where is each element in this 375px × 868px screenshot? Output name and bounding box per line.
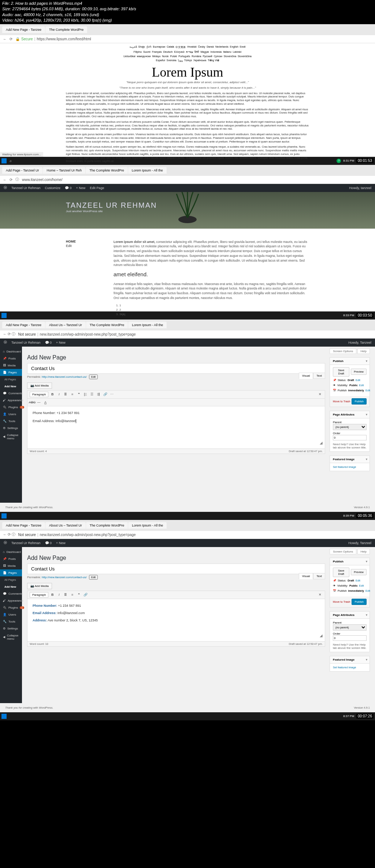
reload-icon[interactable]: ⟳ — [10, 178, 12, 182]
site-name[interactable]: Tanzeel Ur Rehman — [11, 541, 41, 545]
nav-home[interactable]: HOME — [66, 240, 95, 243]
menu-settings[interactable]: ⚙Settings — [0, 625, 22, 632]
windows-taskbar[interactable]: 8:37 PM00:07:26 — [0, 712, 375, 720]
quote-icon[interactable]: ❝ — [76, 392, 81, 397]
menu-all-pages[interactable]: All Pages — [0, 376, 22, 383]
set-featured-link[interactable]: Set featured image — [333, 465, 356, 469]
new-link[interactable]: + New — [56, 341, 66, 344]
menu-pages[interactable]: 📄Pages — [0, 369, 22, 376]
back-icon[interactable]: ← — [3, 37, 7, 41]
back-icon[interactable]: ← — [3, 178, 7, 182]
menu-collapse[interactable]: ◀Collapse menu — [0, 632, 22, 642]
menu-pages[interactable]: 📄Pages — [0, 569, 22, 576]
ol-icon[interactable]: ≡ — [70, 592, 75, 597]
panel-heading[interactable]: Featured Image — [330, 456, 370, 463]
tab[interactable]: The Complete WordPre — [86, 322, 128, 328]
save-draft-button[interactable]: Save Draft — [333, 568, 349, 577]
tab[interactable]: Add New Page - Tanzee — [2, 522, 45, 529]
strike-icon[interactable]: ABC — [30, 400, 35, 405]
italic-icon[interactable]: I — [56, 592, 62, 597]
editor-toolbar[interactable]: Paragraph B I ≣ ≡ ❝ 🔗 ✕ — [27, 591, 325, 599]
set-featured-link[interactable]: Set featured image — [333, 666, 356, 669]
trash-link[interactable]: Move to Trash — [333, 600, 350, 603]
tab[interactable]: About Us – Tanzeel Ur — [45, 522, 86, 529]
menu-plugins[interactable]: 🔌Plugins1 — [0, 404, 22, 411]
menu-settings[interactable]: ⚙Settings — [0, 425, 22, 432]
windows-taskbar[interactable]: 8:35 PM00:05:36 — [0, 512, 375, 520]
editor-tabs[interactable]: VisualText — [299, 575, 325, 578]
nav-edit[interactable]: Edit — [66, 244, 95, 248]
language-flags[interactable]: FilipinoSuomiFrançaisDeutschΕλληνικάעברי… — [66, 50, 309, 54]
howdy[interactable]: Howdy, Tanzeel — [348, 541, 371, 545]
menu-users[interactable]: 👤Users — [0, 611, 22, 618]
resize-handle-icon[interactable]: ◢ — [320, 632, 323, 639]
menu-posts[interactable]: 📌Posts — [0, 355, 22, 362]
hr-icon[interactable]: — — [36, 400, 41, 405]
wp-admin-bar[interactable]: ⓦ Tanzeel Ur Rehman Customize 💬 0 + New … — [0, 184, 375, 192]
wordpress-link[interactable]: WordPress — [39, 506, 52, 509]
menu-comments[interactable]: 💬Comments — [0, 590, 22, 597]
color-icon[interactable]: A — [43, 400, 48, 405]
ol-icon[interactable]: ≡ — [70, 392, 75, 397]
publish-button[interactable]: Publish — [352, 398, 367, 405]
start-icon[interactable] — [1, 513, 7, 518]
tab[interactable]: The Complete WordPre — [86, 167, 127, 174]
new-link[interactable]: + New — [56, 541, 66, 545]
start-icon[interactable] — [1, 714, 7, 719]
wordpress-link[interactable]: WordPress — [39, 706, 52, 709]
customize-link[interactable]: Customize — [45, 186, 61, 190]
new-link[interactable]: + New — [76, 186, 86, 190]
edit-visibility-link[interactable]: Edit — [359, 584, 364, 587]
editor-body[interactable]: Phone Number: +1 234 567 891 Email Addre… — [27, 406, 325, 448]
add-media-button[interactable]: 📷 Add Media — [27, 583, 52, 589]
wp-admin-bar[interactable]: ⓦ Tanzeel Ur Rehman 💬 0 + New Howdy, Tan… — [0, 539, 375, 547]
menu-add-new[interactable]: Add New — [0, 383, 22, 390]
panel-heading[interactable]: Publish — [330, 358, 370, 365]
format-select[interactable]: Paragraph — [30, 592, 48, 598]
align-right-icon[interactable]: ⇶ — [96, 392, 101, 397]
comments-icon[interactable]: 💬 0 — [45, 341, 52, 344]
tab[interactable]: Home – Tanzeel Ur Reh — [43, 167, 85, 174]
menu-appearance[interactable]: 🖌Appearance — [0, 397, 22, 404]
parent-select[interactable]: (no parent) — [333, 624, 367, 631]
menu-add-new[interactable]: Add New — [0, 583, 22, 590]
tab[interactable]: Lorem Ipsum - All the — [128, 522, 167, 529]
title-input[interactable]: Contact Us — [27, 564, 325, 574]
tab[interactable]: Lorem Ipsum - All the — [128, 322, 167, 328]
bold-icon[interactable]: B — [50, 592, 55, 597]
title-input[interactable]: Contact Us — [27, 363, 325, 374]
preview-button[interactable]: Preview — [351, 569, 367, 575]
menu-dashboard[interactable]: ⌂Dashboard — [0, 548, 22, 555]
edit-status-link[interactable]: Edit — [356, 378, 360, 382]
quote-icon[interactable]: ❝ — [76, 592, 81, 597]
editor-toolbar[interactable]: Paragraph B I ≣ ≡ ❝ ⬱ ☰ ⇶ 🔗 ⋯ ✕ — [27, 391, 325, 399]
link-icon[interactable]: 🔗 — [83, 592, 88, 597]
wp-admin-bar[interactable]: ⓦ Tanzeel Ur Rehman 💬 0 + New Howdy, Tan… — [0, 339, 375, 347]
tab[interactable]: The Complete WordPre — [86, 522, 128, 529]
menu-media[interactable]: 🖼Media — [0, 362, 22, 369]
menu-tools[interactable]: 🔧Tools — [0, 618, 22, 625]
publish-button[interactable]: Publish — [352, 599, 367, 605]
edit-schedule-link[interactable]: Edit — [365, 389, 370, 392]
align-left-icon[interactable]: ⬱ — [83, 392, 88, 397]
edit-schedule-link[interactable]: Edit — [365, 589, 370, 592]
close-icon[interactable]: ✕ — [318, 592, 323, 597]
editor-toolbar-2[interactable]: ABC — A — [27, 399, 325, 406]
italic-icon[interactable]: I — [56, 392, 62, 397]
editor-body[interactable]: Phone Number: +1 234 567 891 Email Addre… — [27, 599, 325, 641]
permalink-url[interactable]: http://new.itanzeel.com/contact-us/ — [42, 576, 87, 579]
format-select[interactable]: Paragraph — [30, 392, 48, 397]
tab[interactable]: Add New Page - Tanzee — [2, 322, 45, 328]
menu-comments[interactable]: 💬Comments — [0, 390, 22, 397]
edit-visibility-link[interactable]: Edit — [359, 384, 364, 387]
language-flags[interactable]: LietuviškaiмакедонскиMelayuNorskPolskiPo… — [66, 54, 309, 58]
howdy[interactable]: Howdy, tanzeel — [349, 186, 371, 190]
reload-icon[interactable]: ⟳ — [10, 37, 12, 41]
menu-plugins[interactable]: 🔌Plugins1 — [0, 604, 22, 611]
menu-media[interactable]: 🖼Media — [0, 562, 22, 569]
panel-heading[interactable]: Page Attributes — [330, 411, 370, 418]
editor-tabs[interactable]: VisualText — [299, 374, 325, 377]
address-bar[interactable]: ← ⟳ ⓘ Not secure | new.itanzeel.com/wp-a… — [0, 330, 375, 339]
wp-logo-icon[interactable]: ⓦ — [4, 185, 7, 190]
menu-users[interactable]: 👤Users — [0, 411, 22, 418]
